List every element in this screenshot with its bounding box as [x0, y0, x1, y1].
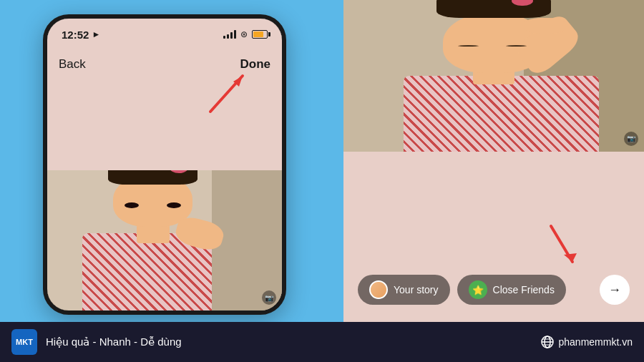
action-bar: Your story ⭐ Close Friends → — [358, 272, 630, 308]
your-story-avatar — [369, 280, 388, 299]
website-area: phanmemmkt.vn — [540, 335, 633, 349]
bottom-bar: MKT Hiệu quả - Nhanh - Dễ dùng phanmemmk… — [0, 322, 644, 362]
close-friends-label: Close Friends — [493, 284, 555, 295]
phone-frame-left: 12:52 ► ⊛ Back Done — [43, 14, 286, 315]
tagline-text: Hiệu quả - Nhanh - Dễ dùng — [46, 336, 532, 348]
your-story-label: Your story — [394, 284, 439, 295]
wifi-icon: ⊛ — [240, 29, 248, 39]
status-time: 12:52 ► — [62, 29, 100, 41]
signal-icon — [223, 30, 236, 39]
red-arrow-done — [203, 62, 260, 122]
close-friends-button[interactable]: ⭐ Close Friends — [457, 275, 566, 305]
bottom-photo-left: 📷 — [47, 170, 282, 310]
forward-arrow-icon: → — [608, 283, 621, 298]
location-icon: ► — [92, 29, 100, 39]
back-button[interactable]: Back — [59, 57, 86, 72]
phone-screen-right: 📷 Your story ⭐ Close Friends — [343, 0, 644, 322]
status-bar: 12:52 ► ⊛ — [47, 19, 282, 50]
globe-icon — [540, 335, 555, 349]
close-friends-icon: ⭐ — [469, 280, 487, 299]
bottom-content-right: Your story ⭐ Close Friends → — [343, 152, 644, 323]
battery-icon — [252, 30, 268, 39]
status-icons: ⊛ — [223, 29, 268, 39]
website-text: phanmemmkt.vn — [559, 336, 633, 348]
forward-button[interactable]: → — [600, 275, 630, 305]
red-arrow-share — [537, 219, 587, 279]
top-photo-right: 📷 — [343, 0, 644, 152]
mkt-logo: MKT — [11, 329, 37, 355]
camera-icon-left: 📷 — [262, 290, 276, 305]
your-story-button[interactable]: Your story — [358, 275, 450, 305]
camera-icon-right: 📷 — [624, 132, 638, 146]
